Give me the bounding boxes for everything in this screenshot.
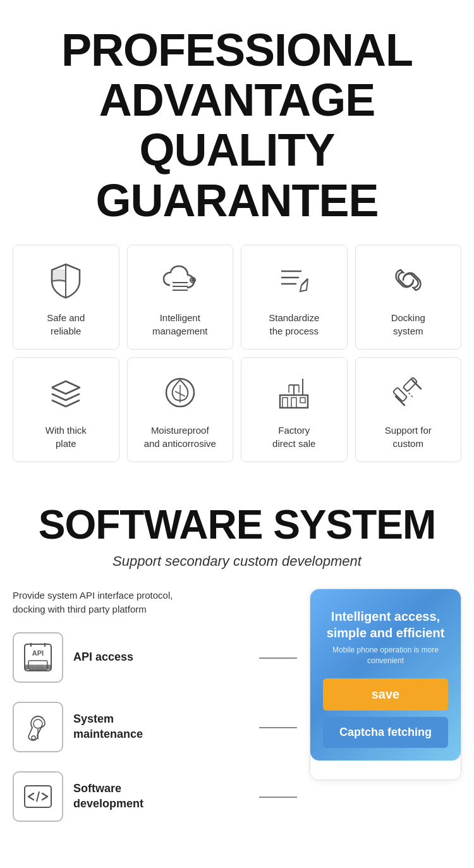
provide-text: Provide system API interface protocol,do… [13,589,297,617]
features-grid: Safe andreliable Intelligentmanagement [0,245,474,482]
api-icon-box: API ▓▓▓▓▓▓▓▓ [13,632,63,683]
panel-subtitle: Mobile phone operation is moreconvenient [323,645,448,666]
title-line3: QUALITY GUARANTEE [95,125,378,225]
docking-label: Dockingsystem [391,311,425,338]
moistureproof-icon-area [158,370,202,415]
cloud-settings-icon [161,261,199,299]
phone-panel: Intelligent access,simple and efficient … [310,589,461,761]
software-subtitle: Support secondary custom development [13,553,461,570]
card-safe: Safe andreliable [13,245,119,350]
intelligent-icon-area [158,258,202,302]
save-button[interactable]: save [323,678,448,711]
grid-row-2: With thickplate Moistureproofand anticor… [13,357,461,462]
software-body: Provide system API interface protocol,do… [13,589,461,841]
title-line1: PROFESSIONAL [61,25,413,75]
svg-rect-16 [300,398,305,403]
api-icon: API ▓▓▓▓▓▓▓▓ [22,642,54,673]
svg-point-5 [191,279,193,281]
dev-line [259,797,297,798]
api-line [259,657,297,659]
link-icon [389,261,427,299]
tools-icon [389,374,427,412]
title-line2: ADVANTAGE [99,75,375,125]
feature-api: API ▓▓▓▓▓▓▓▓ API access [13,632,297,683]
feature-maintenance: Systemmaintenance [13,702,297,752]
svg-rect-14 [283,398,288,408]
maintenance-icon-box [13,702,63,752]
svg-rect-0 [52,270,66,281]
intelligent-label: Intelligentmanagement [152,311,208,338]
feature-dev: Softwaredevelopment [13,771,297,822]
factory-icon-area [272,370,316,415]
maintenance-line [259,727,297,728]
svg-rect-13 [280,395,308,408]
standardize-icon-area [272,258,316,302]
thick-label: With thickplate [46,424,87,450]
dev-label: Softwaredevelopment [73,781,143,811]
svg-line-37 [37,792,39,802]
thick-icon-area [44,370,88,415]
wrench-drop-icon [22,711,54,743]
svg-rect-15 [291,398,296,408]
svg-point-33 [33,719,42,728]
page-title: PROFESSIONAL ADVANTAGE QUALITY GUARANTEE [13,25,461,226]
standardize-label: Standardizethe process [269,311,319,338]
docking-icon-area [386,258,430,302]
svg-rect-23 [403,377,417,391]
captcha-button[interactable]: Captcha fetching [323,717,448,748]
custom-icon-area [386,370,430,415]
safe-label: Safe andreliable [47,311,85,338]
code-icon [22,781,54,812]
leaf-drop-icon [161,374,199,412]
card-moistureproof: Moistureproofand anticorrosive [127,357,234,462]
card-intelligent: Intelligentmanagement [127,245,234,350]
card-thick: With thickplate [13,357,119,462]
dev-icon-box [13,771,63,822]
card-factory: Factorydirect sale [241,357,348,462]
software-right: Intelligent access,simple and efficient … [310,589,461,781]
moistureproof-label: Moistureproofand anticorrosive [144,424,216,450]
shield-icon [47,261,85,299]
panel-title: Intelligent access,simple and efficient [323,608,448,641]
svg-text:API: API [32,649,44,657]
maintenance-label: Systemmaintenance [73,712,143,742]
software-section: SOFTWARE SYSTEM Support secondary custom… [0,482,474,853]
software-title: SOFTWARE SYSTEM [13,501,461,548]
factory-icon [275,374,313,412]
safe-icon-area [44,258,88,302]
api-label: API access [73,650,133,664]
factory-label: Factorydirect sale [272,424,315,450]
header-section: PROFESSIONAL ADVANTAGE QUALITY GUARANTEE [0,0,474,245]
layers-icon [47,374,85,412]
svg-point-35 [32,736,35,740]
custom-label: Support forcustom [385,424,432,450]
grid-row-1: Safe andreliable Intelligentmanagement [13,245,461,350]
software-left: Provide system API interface protocol,do… [13,589,297,841]
edit-lines-icon [275,261,313,299]
panel-footer [310,761,461,779]
card-docking: Dockingsystem [355,245,462,350]
phone-panel-wrapper: Intelligent access,simple and efficient … [310,589,461,781]
card-standardize: Standardizethe process [241,245,348,350]
card-custom: Support forcustom [355,357,462,462]
svg-text:▓▓▓▓▓▓▓▓: ▓▓▓▓▓▓▓▓ [25,664,52,669]
